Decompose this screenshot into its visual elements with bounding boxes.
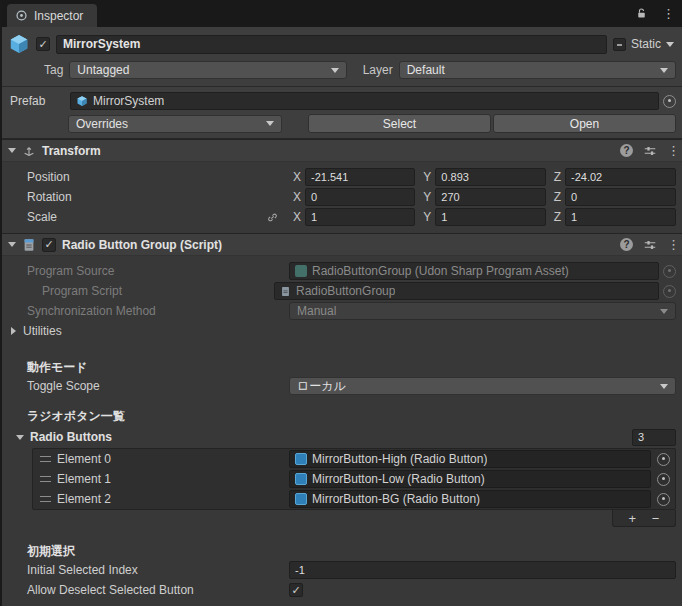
radio-button-group-body: Program Source RadioButtonGroup (Udon Sh… <box>2 256 682 606</box>
help-icon[interactable]: ? <box>620 144 633 157</box>
layer-label: Layer <box>363 63 393 77</box>
tag-label: Tag <box>44 63 63 77</box>
tag-dropdown[interactable]: Untagged <box>69 61 346 79</box>
foldout-closed-icon[interactable] <box>11 327 16 335</box>
rotation-y-field[interactable] <box>435 188 545 206</box>
radio-button-asset-icon <box>295 493 307 505</box>
object-picker-icon <box>663 265 676 278</box>
scale-y-field[interactable] <box>435 208 545 226</box>
foldout-open-icon[interactable] <box>8 242 16 247</box>
remove-element-button[interactable]: − <box>652 512 660 525</box>
element-object-field[interactable]: MirrorButton-BG (Radio Button) <box>289 490 651 508</box>
presets-icon[interactable] <box>643 238 657 252</box>
static-toggle[interactable]: Static <box>613 37 676 51</box>
foldout-open-icon[interactable] <box>16 435 24 440</box>
chevron-down-icon <box>660 309 668 314</box>
layer-dropdown[interactable]: Default <box>399 61 676 79</box>
element-value: MirrorButton-Low (Radio Button) <box>312 472 485 486</box>
rotation-z-field[interactable] <box>565 188 676 206</box>
allow-deselect-checkbox[interactable] <box>289 583 303 597</box>
lock-icon[interactable] <box>635 7 648 20</box>
utilities-foldout[interactable]: Utilities <box>2 321 682 341</box>
tab-inspector[interactable]: Inspector <box>7 4 97 27</box>
program-source-value: RadioButtonGroup (Udon Sharp Program Ass… <box>312 264 569 278</box>
position-x-field[interactable] <box>305 168 415 186</box>
element-label: Element 0 <box>57 452 283 466</box>
component-menu-icon[interactable] <box>667 238 675 251</box>
program-source-field: RadioButtonGroup (Udon Sharp Program Ass… <box>289 262 659 280</box>
window-menu-icon[interactable] <box>662 7 670 20</box>
object-picker-icon[interactable] <box>657 453 670 466</box>
scale-x-field[interactable] <box>305 208 415 226</box>
list-footer: + − <box>2 510 676 527</box>
toggle-scope-dropdown[interactable]: ローカル <box>289 377 676 395</box>
element-object-field[interactable]: MirrorButton-Low (Radio Button) <box>289 470 651 488</box>
program-script-value: RadioButtonGroup <box>296 284 395 298</box>
add-element-button[interactable]: + <box>629 512 637 525</box>
script-icon <box>22 238 36 252</box>
component-menu-icon[interactable] <box>667 144 675 157</box>
prefab-label: Prefab <box>8 94 66 108</box>
sync-method-dropdown: Manual <box>289 302 676 320</box>
tag-value: Untagged <box>77 63 324 77</box>
axis-x-label: X <box>293 190 301 204</box>
drag-handle-icon[interactable] <box>40 476 51 482</box>
component-title: Transform <box>42 144 614 158</box>
toggle-scope-value: ローカル <box>297 378 654 395</box>
array-size-field[interactable] <box>632 429 676 446</box>
overrides-dropdown[interactable]: Overrides <box>68 115 282 133</box>
transform-icon <box>22 144 36 158</box>
axis-z-label: Z <box>554 170 561 184</box>
element-value: MirrorButton-BG (Radio Button) <box>312 492 480 506</box>
radio-buttons-row[interactable]: Radio Buttons <box>2 427 682 447</box>
object-picker-icon[interactable] <box>657 493 670 506</box>
drag-handle-icon[interactable] <box>40 456 51 462</box>
chevron-down-icon <box>266 121 274 126</box>
drag-handle-icon[interactable] <box>40 496 51 502</box>
prefab-object-field[interactable]: MirrorSystem <box>70 92 659 110</box>
rotation-x-field[interactable] <box>305 188 415 206</box>
element-label: Element 2 <box>57 492 283 506</box>
transform-header[interactable]: Transform ? <box>2 139 682 162</box>
position-y-field[interactable] <box>435 168 545 186</box>
initial-selected-index-field[interactable] <box>289 561 676 579</box>
element-label: Element 1 <box>57 472 283 486</box>
object-picker-icon[interactable] <box>657 473 670 486</box>
open-button[interactable]: Open <box>493 114 676 133</box>
inspector-window: Inspector Static <box>0 0 682 606</box>
tabbar-spacer <box>97 0 635 27</box>
select-button[interactable]: Select <box>308 114 491 133</box>
position-z-field[interactable] <box>565 168 676 186</box>
axis-y-label: Y <box>423 210 431 224</box>
tab-bar: Inspector <box>2 0 682 27</box>
sync-method-label: Synchronization Method <box>27 304 285 318</box>
active-checkbox[interactable] <box>36 37 50 51</box>
gameobject-name-field[interactable] <box>56 35 607 54</box>
help-icon[interactable]: ? <box>620 238 633 251</box>
axis-z-label: Z <box>554 210 561 224</box>
scale-z-field[interactable] <box>565 208 676 226</box>
chevron-down-icon <box>331 68 339 73</box>
position-row: Position X Y Z <box>2 167 682 187</box>
list-section-header: ラジオボタン一覧 <box>2 408 682 425</box>
radio-buttons-list: Element 0 MirrorButton-High (Radio Butto… <box>32 448 676 510</box>
element-value: MirrorButton-High (Radio Button) <box>312 452 487 466</box>
prefab-cube-icon <box>76 95 88 107</box>
overrides-label: Overrides <box>76 117 260 131</box>
foldout-open-icon[interactable] <box>8 148 16 153</box>
radio-button-group-header[interactable]: Radio Button Group (Script) ? <box>2 233 682 256</box>
toggle-scope-label: Toggle Scope <box>27 379 285 393</box>
list-item: Element 2 MirrorButton-BG (Radio Button) <box>33 489 675 509</box>
presets-icon[interactable] <box>643 144 657 158</box>
component-enabled-checkbox[interactable] <box>42 238 56 252</box>
sync-method-value: Manual <box>297 304 654 318</box>
select-button-label: Select <box>383 117 416 131</box>
layer-value: Default <box>407 63 654 77</box>
allow-deselect-label: Allow Deselect Selected Button <box>27 583 285 597</box>
program-script-row: Program Script RadioButtonGroup <box>2 281 682 301</box>
chevron-down-icon <box>666 42 674 47</box>
link-constrain-icon[interactable] <box>266 211 279 224</box>
element-object-field[interactable]: MirrorButton-High (Radio Button) <box>289 450 651 468</box>
static-mixed-checkbox <box>613 38 626 51</box>
object-picker-icon[interactable] <box>663 95 676 108</box>
